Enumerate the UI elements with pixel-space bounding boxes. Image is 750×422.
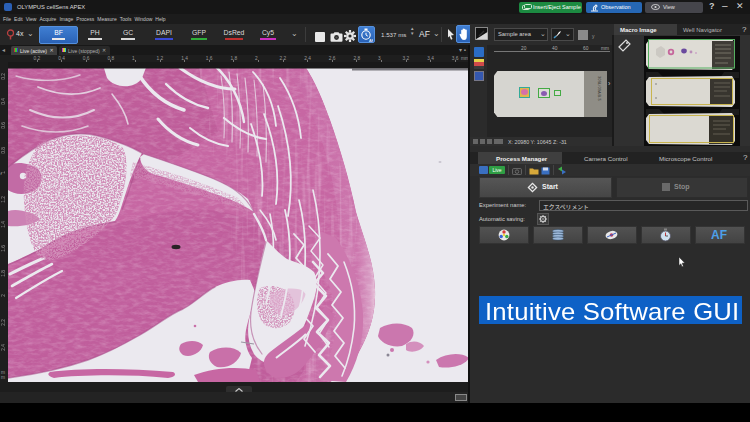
- svg-text:AF: AF: [369, 38, 373, 43]
